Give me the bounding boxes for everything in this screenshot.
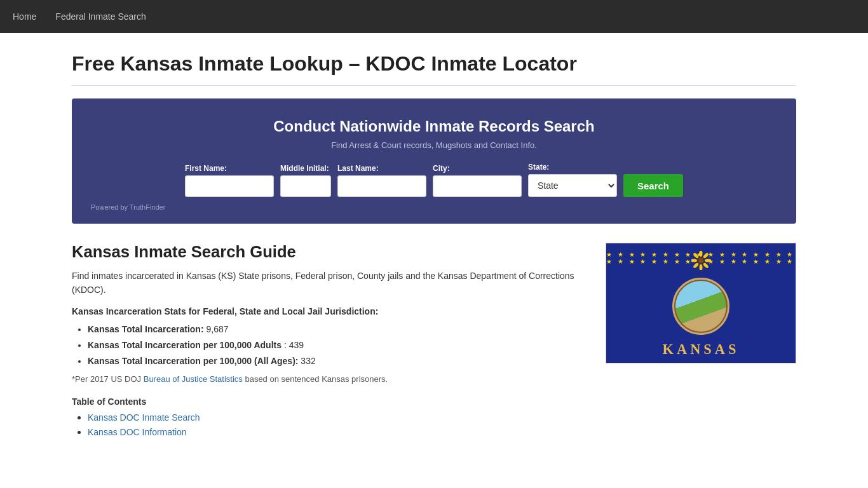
first-name-group: First Name: <box>185 164 274 197</box>
stat-label-3: Kansas Total Incarceration per 100,000 (… <box>88 356 298 366</box>
search-button[interactable]: Search <box>623 174 683 197</box>
middle-initial-group: Middle Initial: <box>280 164 331 197</box>
stats-heading: Kansas Incarceration Stats for Federal, … <box>72 306 587 316</box>
list-item: Kansas Total Incarceration: 9,687 <box>88 323 587 336</box>
flag-image: ★ ★ ★ ★ ★ ★ ★ ★ ★ ★ ★ ★ ★ ★ ★ ★ ★ ★ ★ ★ … <box>606 243 796 363</box>
stats-list: Kansas Total Incarceration: 9,687 Kansas… <box>72 323 587 368</box>
nav-home[interactable]: Home <box>13 8 36 25</box>
state-select[interactable]: State Alabama Alaska Arizona Arkansas Ca… <box>528 174 617 197</box>
svg-point-2 <box>705 259 710 262</box>
last-name-label: Last Name: <box>337 164 379 173</box>
toc-link-2[interactable]: Kansas DOC Information <box>88 427 187 437</box>
toc-list: Kansas DOC Inmate Search Kansas DOC Info… <box>72 412 587 437</box>
state-seal <box>672 278 729 335</box>
svg-point-0 <box>700 251 703 257</box>
kansas-flag-container: ★ ★ ★ ★ ★ ★ ★ ★ ★ ★ ★ ★ ★ ★ ★ ★ ★ ★ ★ ★ … <box>606 243 796 363</box>
nav-federal-inmate-search[interactable]: Federal Inmate Search <box>55 8 146 25</box>
city-label: City: <box>433 164 450 173</box>
footnote: *Per 2017 US DOJ Bureau of Justice Stati… <box>72 374 587 384</box>
list-item: Kansas DOC Information <box>88 426 587 437</box>
page-wrap: Free Kansas Inmate Lookup – KDOC Inmate … <box>59 33 809 454</box>
middle-initial-input[interactable] <box>280 175 331 197</box>
search-form: First Name: Middle Initial: Last Name: C… <box>85 163 783 197</box>
search-banner: Conduct Nationwide Inmate Records Search… <box>72 98 796 224</box>
city-input[interactable] <box>433 175 522 197</box>
sunflower-icon <box>691 251 710 270</box>
list-item: Kansas DOC Inmate Search <box>88 412 587 423</box>
list-item: Kansas Total Incarceration per 100,000 (… <box>88 355 587 368</box>
stat-value-3: 332 <box>301 356 315 366</box>
middle-initial-label: Middle Initial: <box>280 164 329 173</box>
stat-label-1: Kansas Total Incarceration: <box>88 324 204 334</box>
toc-heading: Table of Contents <box>72 396 587 407</box>
banner-subtext: Find Arrest & Court records, Mugshots an… <box>85 140 783 150</box>
svg-point-9 <box>698 258 703 263</box>
powered-by: Powered by TruthFinder <box>85 203 783 211</box>
banner-heading: Conduct Nationwide Inmate Records Search <box>85 118 783 135</box>
footnote-prefix: *Per 2017 US DOJ <box>72 374 144 384</box>
first-name-input[interactable] <box>185 175 274 197</box>
guide-title: Kansas Inmate Search Guide <box>72 243 587 261</box>
navigation: Home Federal Inmate Search <box>0 0 868 33</box>
content-area: Kansas Inmate Search Guide Find inmates … <box>72 243 796 441</box>
last-name-input[interactable] <box>337 175 426 197</box>
svg-point-4 <box>700 264 703 270</box>
last-name-group: Last Name: <box>337 164 426 197</box>
state-label: State: <box>528 163 549 172</box>
toc-link-1[interactable]: Kansas DOC Inmate Search <box>88 412 200 423</box>
guide-intro: Find inmates incarcerated in Kansas (KS)… <box>72 269 587 297</box>
svg-point-6 <box>691 259 697 262</box>
flag-label: KANSAS <box>663 341 740 358</box>
list-item: Kansas Total Incarceration per 100,000 A… <box>88 339 587 352</box>
first-name-label: First Name: <box>185 164 227 173</box>
stat-value-2: : 439 <box>284 340 304 350</box>
city-group: City: <box>433 164 522 197</box>
stat-value-1: 9,687 <box>206 324 228 334</box>
content-main: Kansas Inmate Search Guide Find inmates … <box>72 243 587 441</box>
stat-label-2: Kansas Total Incarceration per 100,000 A… <box>88 340 281 350</box>
state-group: State: State Alabama Alaska Arizona Arka… <box>528 163 617 197</box>
seal-inner <box>675 281 726 332</box>
bjs-link[interactable]: Bureau of Justice Statistics <box>144 374 243 384</box>
footnote-suffix: based on sentenced Kansas prisoners. <box>245 374 388 384</box>
page-title: Free Kansas Inmate Lookup – KDOC Inmate … <box>72 52 796 86</box>
